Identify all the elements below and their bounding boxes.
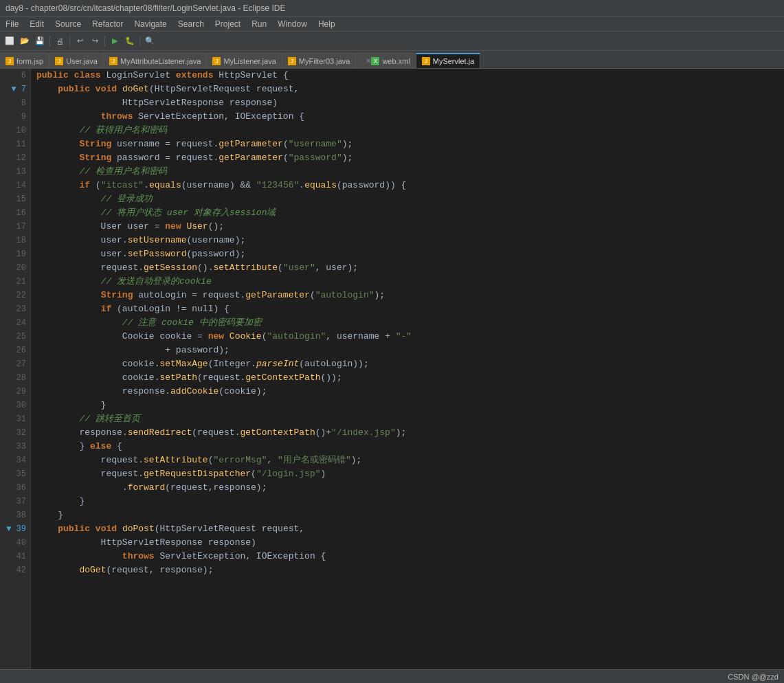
line-24: 24 bbox=[0, 316, 30, 330]
tab-label-user-java: User.java bbox=[66, 57, 98, 65]
code-line-16: // 将用户状态 user 对象存入session域 bbox=[36, 206, 784, 220]
line-22: 22 bbox=[0, 289, 30, 302]
menu-source[interactable]: Source bbox=[49, 18, 87, 30]
toolbar-separator-1 bbox=[49, 36, 50, 47]
menu-navigate[interactable]: Navigate bbox=[128, 18, 172, 30]
line-18: 18 bbox=[0, 234, 30, 247]
line-15: 15 bbox=[0, 192, 30, 206]
tab-icon-user-java: J bbox=[55, 57, 63, 65]
menu-file[interactable]: File bbox=[0, 18, 24, 30]
code-editor[interactable]: public class LoginServlet extends HttpSe… bbox=[31, 69, 784, 669]
code-line-31: // 跳转至首页 bbox=[36, 412, 784, 426]
code-line-29: response.addCookie(cookie); bbox=[36, 385, 784, 399]
line-14: 14 bbox=[0, 179, 30, 192]
line-33: 33 bbox=[0, 440, 30, 454]
code-line-39: public void doPost(HttpServletRequest re… bbox=[36, 522, 784, 536]
line-gutter: 6 ▼ 7 8 9 10 11 12 13 14 15 16 17 18 19 … bbox=[0, 69, 31, 669]
code-line-36: .forward(request,response); bbox=[36, 481, 784, 495]
toolbar-print[interactable]: 🖨 bbox=[53, 34, 67, 48]
code-line-38: } bbox=[36, 508, 784, 522]
line-10: 10 bbox=[0, 124, 30, 137]
line-28: 28 bbox=[0, 371, 30, 385]
code-line-25: Cookie cookie = new Cookie("autologin", … bbox=[36, 330, 784, 344]
toolbar-run[interactable]: ▶ bbox=[108, 34, 122, 48]
code-line-9: throws ServletException, IOException { bbox=[36, 110, 784, 124]
toolbar-undo[interactable]: ↩ bbox=[73, 34, 87, 48]
code-line-34: request.setAttribute("errorMsg", "用户名或密码… bbox=[36, 454, 784, 467]
tab-icon-mylistener: J bbox=[212, 57, 221, 65]
tab-webxml[interactable]: ✕ X web.xml bbox=[356, 53, 416, 68]
tab-close-webxml[interactable]: ✕ bbox=[366, 57, 371, 65]
tab-icon-myservlet: J bbox=[422, 57, 430, 65]
tab-form-jsp[interactable]: J form.jsp bbox=[0, 53, 49, 68]
main-area: 6 ▼ 7 8 9 10 11 12 13 14 15 16 17 18 19 … bbox=[0, 69, 784, 669]
line-21: 21 bbox=[0, 275, 30, 289]
toolbar-open[interactable]: 📂 bbox=[18, 34, 32, 48]
line-31: 31 bbox=[0, 412, 30, 426]
line-39: ▼ 39 bbox=[0, 522, 30, 536]
code-line-6: public class LoginServlet extends HttpSe… bbox=[36, 69, 784, 82]
code-line-14: if ("itcast".equals(username) && "123456… bbox=[36, 179, 784, 192]
code-line-26: + password); bbox=[36, 344, 784, 357]
tab-bar: J form.jsp J User.java J MyAttributeList… bbox=[0, 51, 784, 69]
code-line-37: } bbox=[36, 495, 784, 508]
code-line-7: public void doGet(HttpServletRequest req… bbox=[36, 82, 784, 96]
code-line-30: } bbox=[36, 399, 784, 412]
tab-myservlet[interactable]: J MyServlet.ja bbox=[416, 53, 481, 68]
toolbar-redo[interactable]: ↪ bbox=[88, 34, 102, 48]
toolbar-separator-2 bbox=[69, 36, 70, 47]
code-line-20: request.getSession().setAttribute("user"… bbox=[36, 261, 784, 275]
menu-help[interactable]: Help bbox=[313, 18, 341, 30]
code-line-8: HttpServletResponse response) bbox=[36, 96, 784, 110]
line-26: 26 bbox=[0, 344, 30, 357]
line-34: 34 bbox=[0, 454, 30, 467]
tab-myattributelistener[interactable]: J MyAttributeListener.java bbox=[104, 53, 207, 68]
menu-edit[interactable]: Edit bbox=[24, 18, 49, 30]
code-line-12: String password = request.getParameter("… bbox=[36, 151, 784, 165]
line-38: 38 bbox=[0, 508, 30, 522]
status-text: CSDN @@zzd bbox=[728, 673, 779, 681]
menu-project[interactable]: Project bbox=[210, 18, 246, 30]
tab-label-myattributelistener: MyAttributeListener.java bbox=[120, 57, 201, 65]
code-line-27: cookie.setMaxAge(Integer.parseInt(autoLo… bbox=[36, 357, 784, 371]
line-25: 25 bbox=[0, 330, 30, 344]
code-line-17: User user = new User(); bbox=[36, 220, 784, 234]
tab-user-java[interactable]: J User.java bbox=[49, 53, 104, 68]
toolbar-save[interactable]: 💾 bbox=[33, 34, 47, 48]
menu-window[interactable]: Window bbox=[272, 18, 313, 30]
line-27: 27 bbox=[0, 357, 30, 371]
tab-icon-myattributelistener: J bbox=[109, 57, 117, 65]
menu-search[interactable]: Search bbox=[172, 18, 210, 30]
tab-myfilter03[interactable]: J MyFilter03.java bbox=[282, 53, 357, 68]
tab-icon-webxml: X bbox=[371, 57, 379, 65]
title-text: day8 - chapter08/src/cn/itcast/chapter08… bbox=[5, 3, 286, 13]
line-29: 29 bbox=[0, 385, 30, 399]
line-41: 41 bbox=[0, 550, 30, 563]
toolbar: ⬜ 📂 💾 🖨 ↩ ↪ ▶ 🐛 🔍 bbox=[0, 32, 784, 51]
line-42: 42 bbox=[0, 563, 30, 577]
toolbar-debug[interactable]: 🐛 bbox=[123, 34, 137, 48]
tab-label-mylistener: MyListener.java bbox=[223, 57, 276, 65]
menu-refactor[interactable]: Refactor bbox=[87, 18, 128, 30]
toolbar-separator-3 bbox=[104, 36, 105, 47]
tab-label-myservlet: MyServlet.ja bbox=[433, 57, 475, 65]
tab-label-myfilter03: MyFilter03.java bbox=[299, 57, 350, 65]
code-line-21: // 发送自动登录的cookie bbox=[36, 275, 784, 289]
line-36: 36 bbox=[0, 481, 30, 495]
title-bar: day8 - chapter08/src/cn/itcast/chapter08… bbox=[0, 0, 784, 16]
code-line-24: // 注意 cookie 中的密码要加密 bbox=[36, 316, 784, 330]
tab-label-webxml: web.xml bbox=[382, 57, 410, 65]
line-7: ▼ 7 bbox=[0, 82, 30, 96]
line-17: 17 bbox=[0, 220, 30, 234]
toolbar-search[interactable]: 🔍 bbox=[143, 34, 157, 48]
line-8: 8 bbox=[0, 96, 30, 110]
toolbar-new[interactable]: ⬜ bbox=[3, 34, 16, 48]
code-line-11: String username = request.getParameter("… bbox=[36, 137, 784, 151]
tab-mylistener[interactable]: J MyListener.java bbox=[207, 53, 282, 68]
line-11: 11 bbox=[0, 137, 30, 151]
line-12: 12 bbox=[0, 151, 30, 165]
code-line-35: request.getRequestDispatcher("/login.jsp… bbox=[36, 467, 784, 481]
code-line-19: user.setPassword(password); bbox=[36, 247, 784, 261]
tab-icon-myfilter03: J bbox=[288, 57, 296, 65]
menu-run[interactable]: Run bbox=[246, 18, 272, 30]
